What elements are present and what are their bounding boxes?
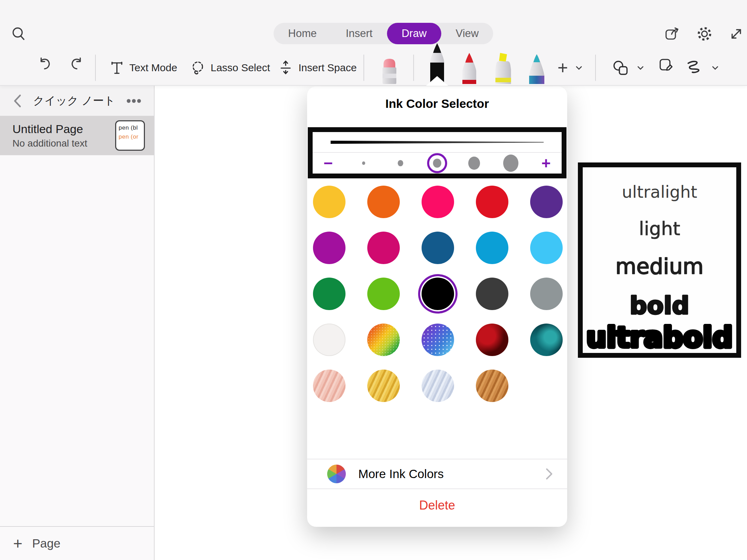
expand-icon bbox=[728, 26, 745, 42]
page-list-item[interactable]: Untitled Page No additional text pen (bl… bbox=[0, 116, 154, 155]
lasso-select-icon bbox=[190, 60, 206, 76]
dot bbox=[398, 160, 403, 166]
color-swatch-lime-green[interactable] bbox=[367, 278, 400, 310]
color-swatch-navy-blue[interactable] bbox=[422, 232, 454, 264]
size-dot-3[interactable] bbox=[427, 153, 447, 173]
color-swatch-gray[interactable] bbox=[530, 278, 563, 310]
redo-icon bbox=[68, 56, 85, 73]
lasso-select-button[interactable]: Lasso Select bbox=[190, 55, 270, 81]
undo-icon bbox=[36, 56, 53, 73]
size-dot-1[interactable] bbox=[353, 153, 374, 173]
delete-pen-button[interactable]: Delete bbox=[307, 488, 567, 522]
color-swatch-white[interactable] bbox=[313, 324, 345, 356]
color-swatch-silver[interactable] bbox=[422, 370, 454, 402]
chevron-down-icon bbox=[636, 64, 645, 72]
text-mode-button[interactable]: Text Mode bbox=[109, 55, 177, 81]
handwriting-word-medium: medium bbox=[616, 254, 704, 279]
settings-button[interactable] bbox=[695, 25, 714, 43]
thickness-annotation-box: − + bbox=[308, 127, 566, 178]
chevron-down-icon bbox=[711, 64, 719, 72]
color-swatch-purple[interactable] bbox=[530, 186, 563, 218]
color-swatch-yellow[interactable] bbox=[313, 186, 345, 218]
back-button[interactable] bbox=[10, 93, 24, 109]
toolbar-divider bbox=[95, 55, 96, 81]
redo-button[interactable] bbox=[68, 55, 86, 73]
tab-insert[interactable]: Insert bbox=[331, 23, 387, 44]
tool-pencil-teal[interactable] bbox=[526, 53, 548, 85]
tab-view[interactable]: View bbox=[441, 23, 494, 44]
share-button[interactable] bbox=[663, 25, 681, 43]
insert-space-button[interactable]: Insert Space bbox=[278, 55, 357, 81]
add-page-button[interactable]: + Page bbox=[0, 526, 154, 560]
color-swatch-dark-pink[interactable] bbox=[367, 232, 400, 264]
color-swatch-galaxy[interactable] bbox=[422, 324, 454, 356]
more-ink-colors-label: More Ink Colors bbox=[358, 467, 545, 481]
section-more-button[interactable] bbox=[124, 93, 144, 109]
sidebar-header: クイック ノート bbox=[0, 86, 154, 116]
toolbar-divider bbox=[413, 55, 414, 81]
color-swatch-dark-gray[interactable] bbox=[476, 278, 508, 310]
size-dot-4[interactable] bbox=[464, 153, 484, 173]
ink-to-shape-button[interactable] bbox=[656, 55, 676, 75]
handwriting-word-bold: bold bbox=[630, 291, 689, 320]
color-swatch-teal-marble[interactable] bbox=[530, 324, 563, 356]
size-dot-5[interactable] bbox=[501, 153, 521, 173]
color-swatch-black[interactable] bbox=[422, 278, 454, 310]
ink-to-shape-icon bbox=[657, 56, 675, 74]
handwriting-word-ultrabold: ultrabold bbox=[586, 321, 732, 353]
color-wheel-icon bbox=[327, 465, 346, 483]
chevron-down-icon bbox=[575, 64, 583, 72]
app-window: ultralightlightmediumboldultrabold HomeI… bbox=[0, 0, 747, 560]
chevron-right-icon bbox=[545, 467, 553, 480]
thumbnail-line: pen (or bbox=[119, 132, 142, 141]
add-page-label: Page bbox=[32, 536, 61, 550]
color-swatch-bronze[interactable] bbox=[476, 370, 508, 402]
page-thumbnail: pen (bl pen (or bbox=[115, 120, 145, 151]
stroke-thickness-preview bbox=[313, 132, 562, 152]
text-mode-label: Text Mode bbox=[129, 62, 177, 74]
color-swatch-rainbow-glitter[interactable] bbox=[367, 324, 400, 356]
color-swatch-light-blue[interactable] bbox=[530, 232, 563, 264]
color-swatch-blue[interactable] bbox=[476, 232, 508, 264]
insert-space-icon bbox=[278, 60, 294, 76]
more-ink-colors-button[interactable]: More Ink Colors bbox=[307, 459, 567, 488]
tool-highlighter-yellow[interactable] bbox=[492, 51, 514, 85]
color-swatch-rose-gold[interactable] bbox=[313, 370, 345, 402]
dot bbox=[468, 157, 480, 170]
color-swatch-red[interactable] bbox=[476, 186, 508, 218]
size-dot-2[interactable] bbox=[390, 153, 411, 173]
page-item-title: Untitled Page bbox=[12, 121, 115, 137]
sample-annotation-box: ultralightlightmediumboldultrabold bbox=[578, 162, 741, 358]
color-swatch-green[interactable] bbox=[313, 278, 345, 310]
color-swatch-grid bbox=[313, 186, 563, 402]
plus-icon: + bbox=[13, 535, 22, 551]
tab-draw[interactable]: Draw bbox=[387, 23, 441, 44]
sidebar: クイック ノート Untitled Page No additional tex… bbox=[0, 86, 155, 560]
shapes-button[interactable] bbox=[611, 55, 645, 81]
fullscreen-button[interactable] bbox=[727, 25, 746, 43]
dot bbox=[362, 161, 365, 165]
color-swatch-red-marble[interactable] bbox=[476, 324, 508, 356]
squiggle-icon bbox=[685, 59, 704, 76]
share-icon bbox=[663, 25, 681, 43]
add-pen-button[interactable]: + bbox=[557, 55, 583, 81]
tab-home[interactable]: Home bbox=[274, 23, 331, 44]
increase-size-button[interactable]: + bbox=[531, 155, 562, 171]
decrease-size-button[interactable]: − bbox=[313, 155, 344, 171]
popover-title: Ink Color Selector bbox=[307, 97, 567, 111]
tool-eraser[interactable] bbox=[378, 56, 400, 85]
color-swatch-orange[interactable] bbox=[367, 186, 400, 218]
page-item-texts: Untitled Page No additional text bbox=[12, 121, 115, 150]
dot bbox=[433, 159, 441, 168]
size-options bbox=[344, 153, 531, 173]
undo-button[interactable] bbox=[36, 55, 54, 73]
toolbar-divider bbox=[363, 55, 364, 81]
toolbar-divider bbox=[595, 55, 596, 81]
ink-effects-button[interactable] bbox=[685, 55, 719, 81]
tool-pen-red[interactable] bbox=[458, 52, 480, 85]
ribbon-tabbar: HomeInsertDrawView bbox=[274, 23, 493, 44]
search-button[interactable] bbox=[10, 25, 28, 43]
color-swatch-hot-pink[interactable] bbox=[422, 186, 454, 218]
color-swatch-gold[interactable] bbox=[367, 370, 400, 402]
color-swatch-magenta-purple[interactable] bbox=[313, 232, 345, 264]
